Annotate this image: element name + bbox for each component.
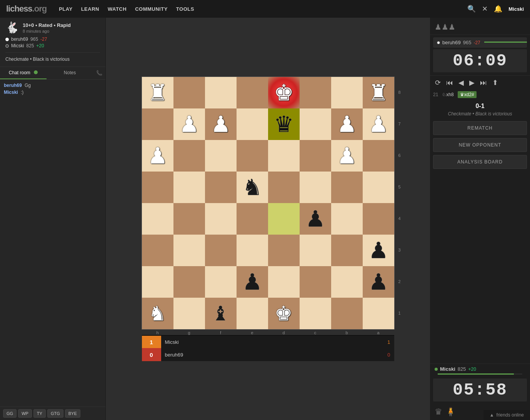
sq-e8[interactable] [237,77,268,108]
sq-e7[interactable] [237,108,268,140]
new-opponent-button[interactable]: NEW OPPONENT [433,138,527,152]
sq-h3[interactable] [142,235,173,266]
prev-move-btn[interactable]: ◀ [457,77,466,88]
quick-gtg[interactable]: GTG [47,409,63,418]
notes-tab[interactable]: Notes [47,67,93,79]
analysis-board-button[interactable]: ANALYSIS BOARD [433,155,527,169]
sq-g1[interactable] [173,298,205,329]
sq-b8[interactable] [331,77,363,108]
quick-ty[interactable]: TY [33,409,46,418]
opponent-name[interactable]: beruh69 [442,40,461,45]
sq-e4[interactable] [237,203,268,235]
sq-f8[interactable] [205,77,237,108]
quick-wp[interactable]: WP [18,409,32,418]
sq-h7[interactable] [142,108,173,140]
quick-bye[interactable]: BYE [65,409,80,418]
sq-d4[interactable] [268,203,300,235]
sq-a1[interactable] [363,298,394,329]
sq-a7[interactable]: ♟ [363,108,394,140]
sq-f4[interactable] [205,203,237,235]
sq-e5[interactable]: ♞ [237,172,268,203]
sq-a5[interactable] [363,172,394,203]
nav-tools[interactable]: TOOLS [175,5,195,13]
player1-name[interactable]: beruh69 [11,37,28,42]
sq-h1[interactable]: ♞ [142,298,173,329]
sq-g3[interactable] [173,235,205,266]
sq-f6[interactable] [205,140,237,172]
sq-b1[interactable] [331,298,363,329]
sq-c3[interactable] [300,235,331,266]
sq-d3[interactable] [268,235,300,266]
local-player-name[interactable]: Micski [440,366,455,372]
sq-g8[interactable] [173,77,205,108]
search-icon[interactable]: 🔍 [467,5,476,13]
sq-g2[interactable] [173,266,205,298]
black-move[interactable]: ♛xd2# [458,91,477,98]
sq-h4[interactable] [142,203,173,235]
sq-c2[interactable] [300,266,331,298]
share-btn[interactable]: ⬆ [490,77,500,88]
next-move-btn[interactable]: ▶ [467,77,477,88]
sq-e2[interactable]: ♟ [237,266,268,298]
sq-h5[interactable] [142,172,173,203]
sq-c8[interactable] [300,77,331,108]
sq-h8[interactable]: ♜ [142,77,173,108]
nav-learn[interactable]: LEARN [80,5,100,13]
sq-c5[interactable] [300,172,331,203]
sq-a4[interactable] [363,203,394,235]
sq-b2[interactable] [331,266,363,298]
player2-name[interactable]: Micski [11,43,24,48]
nav-play[interactable]: PLAY [58,5,73,13]
close-icon[interactable]: ✕ [482,5,488,13]
sq-a8[interactable]: ♜ [363,77,394,108]
sq-c6[interactable] [300,140,331,172]
sq-d1[interactable]: ♚ [268,298,300,329]
sq-f1[interactable]: ♝ [205,298,237,329]
sq-d8[interactable]: ♚ [268,77,300,108]
sq-c1[interactable] [300,298,331,329]
phone-icon[interactable]: 📞 [93,67,105,79]
sq-f3[interactable] [205,235,237,266]
sq-h2[interactable] [142,266,173,298]
flip-board-btn[interactable]: ⟳ [433,77,443,88]
nav-watch[interactable]: WATCH [107,5,127,13]
person-icon[interactable]: 🧍 [445,407,456,417]
chessboard[interactable]: ♜ ♚ ♜ ♟ ♟ ♛ ♟ ♟ ♟ [142,77,395,330]
sq-b7[interactable]: ♟ [331,108,363,140]
white-move[interactable]: ♘xh8 [440,91,456,98]
sq-c4[interactable]: ♟ [300,203,331,235]
sq-d2[interactable] [268,266,300,298]
sq-b5[interactable] [331,172,363,203]
site-logo[interactable]: lichess.org [6,4,47,14]
sq-c7[interactable] [300,108,331,140]
sq-b4[interactable] [331,203,363,235]
nav-community[interactable]: COMMUNITY [134,5,168,13]
sq-e3[interactable] [237,235,268,266]
first-move-btn[interactable]: ⏮ [444,78,455,88]
sq-g6[interactable] [173,140,205,172]
sq-h6[interactable]: ♟ [142,140,173,172]
sq-e1[interactable] [237,298,268,329]
sq-a6[interactable] [363,140,394,172]
sq-f7[interactable]: ♟ [205,108,237,140]
sq-b6[interactable]: ♟ [331,140,363,172]
chat-room-tab[interactable]: Chat room [0,67,47,79]
sq-d5[interactable] [268,172,300,203]
sq-d6[interactable] [268,140,300,172]
sq-g5[interactable] [173,172,205,203]
bell-icon[interactable]: 🔔 [494,5,502,13]
queen-icon[interactable]: ♛ [435,407,442,417]
friends-bar[interactable]: ▲ friends online [483,410,530,420]
sq-d7[interactable]: ♛ [268,108,300,140]
sq-f2[interactable] [205,266,237,298]
sq-a2[interactable]: ♟ [363,266,394,298]
username-link[interactable]: Micski [508,6,524,12]
sq-g7[interactable]: ♟ [173,108,205,140]
sq-e6[interactable] [237,140,268,172]
sq-b3[interactable] [331,235,363,266]
quick-gg[interactable]: GG [3,409,17,418]
sq-a3[interactable]: ♟ [363,235,394,266]
rematch-button[interactable]: REMATCH [433,121,527,135]
last-move-btn[interactable]: ⏭ [478,78,489,88]
sq-g4[interactable] [173,203,205,235]
